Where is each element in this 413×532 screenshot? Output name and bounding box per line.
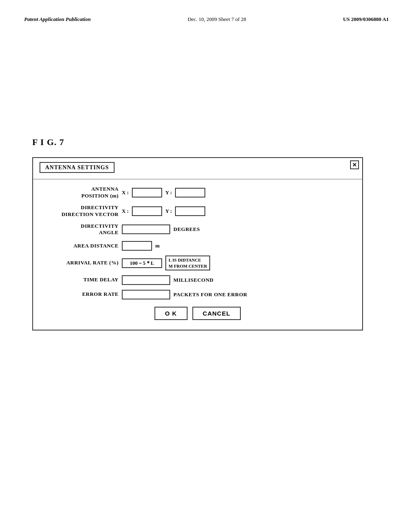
patent-header: Patent Application Publication Dec. 10, … bbox=[0, 0, 413, 31]
arrival-rate-value: 100－5＊L bbox=[122, 258, 162, 268]
dialog-title-text: ANTENNA SETTINGS bbox=[40, 162, 115, 173]
antenna-position-x-input[interactable] bbox=[132, 188, 162, 197]
area-distance-unit: m bbox=[155, 243, 160, 249]
area-distance-inputs: m bbox=[122, 241, 354, 251]
error-rate-input[interactable] bbox=[122, 290, 170, 299]
antenna-position-label: ANTENNAPOSITION (m) bbox=[41, 186, 122, 200]
arrival-rate-label: ARRIVAL RATE (%) bbox=[41, 260, 122, 266]
area-distance-input[interactable] bbox=[122, 241, 152, 251]
error-rate-inputs: PACKETS FOR ONE ERROR bbox=[122, 290, 354, 299]
antenna-position-row: ANTENNAPOSITION (m) X : Y : bbox=[41, 186, 354, 200]
time-delay-input[interactable] bbox=[122, 275, 170, 285]
directivity-angle-unit: DEGREES bbox=[173, 226, 200, 233]
time-delay-label: TIME DELAY bbox=[41, 276, 122, 283]
header-right: US 2009/0306880 A1 bbox=[343, 16, 389, 23]
header-left: Patent Application Publication bbox=[24, 16, 91, 23]
directivity-angle-row: DIRECTIVITYANGLE DEGREES bbox=[41, 223, 354, 237]
header-center: Dec. 10, 2009 Sheet 7 of 28 bbox=[188, 16, 246, 23]
arrival-rate-inputs: 100－5＊L L IS DIDTANCE M FROM CENTER bbox=[122, 256, 354, 270]
arrival-rate-note-line1: L IS DIDTANCE bbox=[169, 258, 201, 262]
directivity-angle-input[interactable] bbox=[122, 224, 170, 234]
close-button[interactable]: ✕ bbox=[350, 160, 359, 169]
arrival-rate-row: ARRIVAL RATE (%) 100－5＊L L IS DIDTANCE M… bbox=[41, 256, 354, 270]
time-delay-row: TIME DELAY MILLISECOND bbox=[41, 275, 354, 285]
vector-y-label: Y : bbox=[165, 208, 172, 214]
vector-x-label: X : bbox=[122, 208, 129, 214]
antenna-settings-dialog: ✕ ANTENNA SETTINGS ANTENNAPOSITION (m) X… bbox=[32, 157, 363, 330]
dialog-buttons: O K CANCEL bbox=[41, 307, 354, 320]
dialog-title-bar: ANTENNA SETTINGS bbox=[40, 164, 115, 171]
time-delay-inputs: MILLISECOND bbox=[122, 275, 354, 285]
ok-button[interactable]: O K bbox=[154, 307, 188, 320]
cancel-button[interactable]: CANCEL bbox=[192, 307, 241, 320]
arrival-rate-note-line2: M FROM CENTER bbox=[169, 264, 207, 268]
area-distance-label: AREA DISTANCE bbox=[41, 243, 122, 249]
directivity-vector-x-input[interactable] bbox=[132, 206, 162, 216]
error-rate-label: ERROR RATE bbox=[41, 291, 122, 298]
directivity-vector-y-input[interactable] bbox=[175, 206, 205, 216]
dialog-content: ANTENNAPOSITION (m) X : Y : DIRECTIVITYD… bbox=[33, 182, 362, 330]
antenna-position-inputs: X : Y : bbox=[122, 188, 354, 197]
antenna-y-label: Y : bbox=[165, 189, 172, 196]
arrival-rate-note: L IS DIDTANCE M FROM CENTER bbox=[165, 256, 210, 270]
directivity-vector-inputs: X : Y : bbox=[122, 206, 354, 216]
antenna-position-y-input[interactable] bbox=[175, 188, 205, 197]
directivity-vector-row: DIRECTIVITYDIRECTION VECTOR X : Y : bbox=[41, 204, 354, 218]
area-distance-row: AREA DISTANCE m bbox=[41, 241, 354, 251]
directivity-vector-label: DIRECTIVITYDIRECTION VECTOR bbox=[41, 204, 122, 218]
title-divider bbox=[33, 179, 362, 179]
directivity-angle-inputs: DEGREES bbox=[122, 224, 354, 234]
figure-label: F I G. 7 bbox=[32, 137, 64, 148]
time-delay-unit: MILLISECOND bbox=[173, 277, 213, 283]
error-rate-row: ERROR RATE PACKETS FOR ONE ERROR bbox=[41, 290, 354, 299]
directivity-angle-label: DIRECTIVITYANGLE bbox=[41, 223, 122, 237]
error-rate-unit: PACKETS FOR ONE ERROR bbox=[173, 291, 247, 298]
antenna-x-label: X : bbox=[122, 189, 129, 196]
